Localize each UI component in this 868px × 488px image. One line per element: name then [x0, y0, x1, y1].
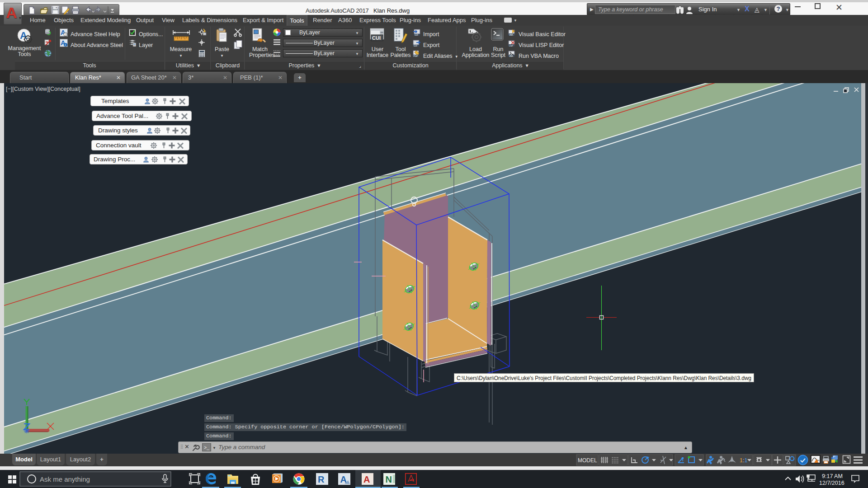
- svg-text:MODEL: MODEL: [578, 457, 597, 464]
- svg-text:C:\Users\Dylan\OneDrive\Luke's: C:\Users\Dylan\OneDrive\Luke's Project F…: [457, 375, 751, 381]
- svg-text:PGP: PGP: [414, 55, 418, 57]
- svg-text:Ask me anything: Ask me anything: [40, 475, 90, 483]
- svg-text:CUI: CUI: [415, 34, 418, 36]
- svg-text:VBA: VBA: [509, 34, 513, 36]
- svg-text:R: R: [318, 474, 325, 484]
- svg-text:LISP: LISP: [509, 45, 513, 47]
- svg-text:CUI: CUI: [372, 35, 381, 41]
- svg-text:!: !: [818, 460, 819, 463]
- svg-text:12/7/2016: 12/7/2016: [819, 480, 844, 486]
- svg-text:i: i: [65, 43, 66, 47]
- svg-text:A: A: [20, 30, 27, 41]
- svg-text:1:1: 1:1: [740, 457, 747, 464]
- svg-text:VBA: VBA: [509, 55, 513, 57]
- svg-text:9:17 AM: 9:17 AM: [822, 473, 843, 479]
- svg-text:A: A: [363, 474, 370, 484]
- svg-text:CUI: CUI: [414, 45, 417, 47]
- svg-text:?: ?: [65, 33, 67, 37]
- svg-text:N: N: [386, 474, 392, 484]
